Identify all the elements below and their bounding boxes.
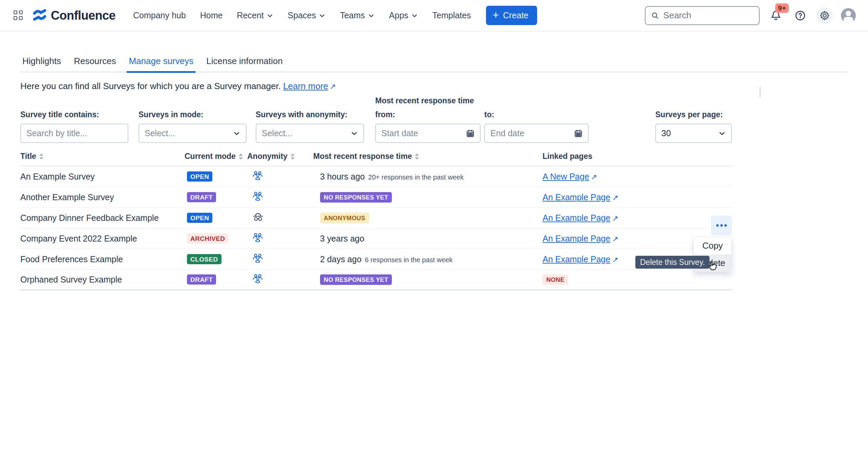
status-badge: OPEN: [187, 171, 212, 182]
tab-resources[interactable]: Resources: [72, 56, 118, 73]
search-icon: [651, 11, 659, 20]
nav-item-spaces[interactable]: Spaces: [288, 11, 326, 20]
group-users-icon: [253, 233, 263, 243]
title-filter-input[interactable]: [26, 128, 122, 138]
chevron-down-icon: [266, 12, 274, 19]
anonymity-filter-select[interactable]: Select...: [256, 124, 364, 143]
status-badge: OPEN: [187, 213, 212, 223]
calendar-icon[interactable]: [466, 129, 474, 138]
table-row: An Example Survey OPEN 3 hours ago 20+ r…: [20, 166, 732, 187]
header-response-time: Most recent response time: [313, 152, 543, 161]
response-count: 20+ responses in the past week: [368, 173, 464, 181]
learn-more-link[interactable]: Learn more: [283, 81, 328, 91]
response-time: 2 days ago: [320, 254, 361, 264]
external-link-icon: ↗: [330, 82, 336, 91]
to-label: to:: [484, 110, 589, 119]
header-anonymity: Anonymity: [247, 152, 313, 161]
mode-filter-label: Surveys in mode:: [139, 110, 247, 119]
search-input[interactable]: [663, 10, 754, 21]
table-row: Orphaned Survey Example DRAFT NO RESPONS…: [20, 270, 732, 290]
tab-manage-surveys[interactable]: Manage surveys: [127, 56, 195, 73]
create-button[interactable]: + Create: [486, 6, 537, 25]
response-count: 6 responses in the past week: [365, 256, 452, 264]
response-time: 3 hours ago: [320, 172, 365, 182]
nav-item-recent[interactable]: Recent: [237, 11, 273, 20]
tab-highlights[interactable]: Highlights: [20, 56, 63, 73]
status-badge: CLOSED: [187, 254, 221, 264]
chevron-down-icon: [367, 12, 375, 19]
from-label: from:: [375, 110, 481, 119]
to-date-input[interactable]: [490, 128, 574, 138]
nav-item-company-hub[interactable]: Company hub: [133, 11, 186, 20]
logo-wordmark: Confluence: [51, 8, 115, 23]
cursor-pointer: [706, 260, 718, 274]
mode-filter-select[interactable]: Select...: [139, 124, 247, 143]
user-avatar[interactable]: [841, 8, 856, 23]
ellipsis-icon: [716, 224, 727, 227]
survey-filters: Survey title contains: Surveys in mode: …: [20, 96, 848, 143]
status-badge: DRAFT: [187, 192, 216, 202]
response-time: 3 years ago: [320, 234, 364, 244]
chevron-down-icon: [718, 130, 726, 137]
confluence-logo[interactable]: Confluence: [33, 8, 115, 23]
table-row: Food Preferences Example CLOSED 2 days a…: [20, 249, 732, 270]
settings-button[interactable]: [817, 7, 833, 24]
header-title: Title: [20, 152, 185, 161]
chevron-down-icon: [411, 12, 418, 19]
avatar-person-icon: [846, 11, 851, 16]
nav-menu: Company hub Home Recent Spaces Teams App…: [133, 11, 471, 20]
linked-page-link[interactable]: An Example Page: [543, 213, 618, 223]
group-users-icon: [253, 274, 263, 284]
surveys-table: Title Current mode Anonymity Most recent…: [20, 152, 732, 290]
gear-icon: [819, 10, 830, 21]
incognito-icon: [253, 212, 263, 222]
title-filter-field[interactable]: [20, 124, 128, 143]
linked-page-link[interactable]: An Example Page: [543, 234, 618, 243]
anonymity-filter-label: Surveys with anonymity:: [256, 110, 364, 119]
to-date-field[interactable]: [484, 124, 589, 143]
response-badge: NO RESPONSES YET: [320, 192, 392, 203]
global-search[interactable]: [645, 6, 760, 25]
from-date-input[interactable]: [381, 128, 466, 138]
top-navigation: Confluence Company hub Home Recent Space…: [0, 0, 868, 32]
group-users-icon: [253, 171, 263, 181]
sort-icon[interactable]: [291, 153, 295, 160]
response-badge: NO RESPONSES YET: [320, 274, 392, 285]
response-badge: ANONYMOUS: [320, 213, 369, 223]
no-linked-pages-badge: NONE: [543, 274, 568, 285]
per-page-label: Surveys per page:: [655, 110, 732, 119]
title-filter-label: Survey title contains:: [20, 110, 128, 119]
sort-icon[interactable]: [39, 153, 43, 160]
header-current-mode: Current mode: [185, 152, 247, 161]
nav-item-home[interactable]: Home: [200, 11, 223, 20]
from-date-field[interactable]: [375, 124, 481, 143]
app-switcher-icon[interactable]: [14, 11, 24, 21]
status-badge: ARCHIVED: [187, 233, 228, 244]
nav-item-templates[interactable]: Templates: [432, 11, 471, 20]
help-button[interactable]: [792, 7, 808, 24]
nav-item-apps[interactable]: Apps: [389, 11, 418, 20]
delete-tooltip: Delete this Survey.: [635, 256, 710, 269]
chevron-down-icon: [233, 130, 240, 137]
linked-page-link[interactable]: A New Page: [543, 172, 597, 181]
sort-icon[interactable]: [239, 153, 243, 160]
linked-page-link[interactable]: An Example Page: [543, 192, 618, 202]
tab-license-information[interactable]: License information: [204, 56, 284, 73]
plus-icon: +: [493, 9, 499, 20]
response-time-group-label: Most recent response time: [375, 96, 589, 105]
notifications-button[interactable]: 9+: [768, 7, 784, 24]
nav-item-teams[interactable]: Teams: [340, 11, 375, 20]
status-badge: DRAFT: [187, 274, 216, 285]
linked-page-link[interactable]: An Example Page: [543, 254, 618, 264]
header-linked-pages: Linked pages: [543, 152, 732, 161]
confluence-logo-icon: [33, 8, 47, 23]
menu-item-copy[interactable]: Copy: [694, 237, 731, 254]
confluence-page: Confluence Company hub Home Recent Space…: [0, 0, 868, 458]
per-page-select[interactable]: 30: [655, 124, 732, 143]
question-mark-icon: [795, 10, 806, 21]
calendar-icon[interactable]: [574, 129, 583, 138]
sort-icon[interactable]: [415, 153, 419, 160]
scrollbar-thumb[interactable]: [759, 87, 761, 98]
chevron-down-icon: [318, 12, 326, 19]
more-actions-button[interactable]: [711, 216, 732, 235]
